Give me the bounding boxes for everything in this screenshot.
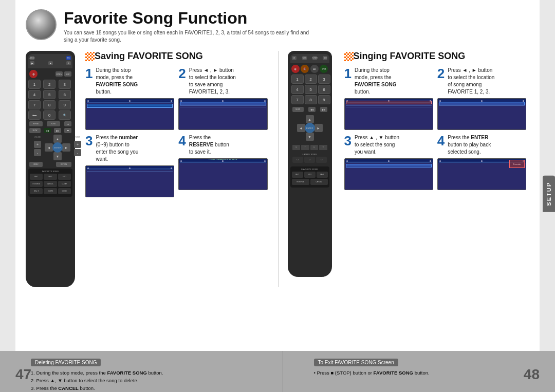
singing-screen-2 [437, 98, 526, 130]
bottom-right-text: • Press ■ (STOP) button or FAVORITE SONG… [314, 369, 535, 377]
remote-left: ANGLE MIC ▶ ■ ⏸ ⏻ OPEN MIC [26, 51, 77, 287]
remote-control-left: ANGLE MIC ▶ ■ ⏸ ⏻ OPEN MIC [26, 51, 75, 287]
remote-rev-btn: ◀◀ [44, 128, 51, 133]
singing-screen-4: Favorite [437, 158, 526, 190]
remote-menu-btn: MENU [29, 162, 43, 167]
saving-step-4: 4 Press theRESERVE buttonto save it. Pre… [178, 134, 267, 197]
remote-return-btn: RETURN [56, 162, 71, 167]
remote-m-key-7: 7 [291, 95, 304, 104]
remote-vol-up: + [34, 141, 41, 148]
remote-key-2: 2 [43, 80, 55, 89]
deleting-tag: Deleting FAVORITE SONG [31, 359, 101, 366]
remote-mic-btn: MIC [64, 71, 71, 77]
saving-step-3: 3 Press the number(0~9) button toenter t… [85, 134, 174, 197]
remote-nav-enter: ENTER [52, 142, 63, 153]
remote-slow-btn: SLOW [29, 128, 41, 133]
singing-section: Singing FAVORITE SONG 1 During the stopm… [341, 51, 530, 287]
remote-m-fav2: FAV2 [304, 172, 316, 178]
remote-middle-top: CD TAPE TUNER AUX [290, 54, 329, 63]
content-columns: ANGLE MIC ▶ ■ ⏸ ⏻ OPEN MIC [26, 51, 529, 287]
saving-icon [85, 52, 95, 61]
remote-res3: CLEAR [58, 181, 71, 187]
bottom-left: Deleting FAVORITE SONG 1. During the sto… [0, 351, 283, 392]
remote-m-nav-left: ◄ [297, 124, 305, 132]
page-title: Favorite Song Function [64, 9, 310, 27]
remote-m-fwd2: ▶▶ [320, 107, 327, 112]
saving-steps-grid: 1 During the stopmode, press theFAVORITE… [85, 67, 268, 197]
header-text: Favorite Song Function You can save 18 s… [64, 9, 310, 44]
remote-m-key-2: 2 [305, 74, 317, 84]
remote-m-key-4: 4 [291, 85, 304, 94]
saving-step1-text: During the stopmode, press theFAVORITE S… [96, 67, 138, 96]
remote-key-4: 4 [28, 90, 41, 99]
saving-step-1: 1 During the stopmode, press theFAVORITE… [85, 67, 174, 130]
remote-guide: GUIDE [58, 188, 71, 194]
singing-step-1: 1 During the stopmode, press theFAVORITE… [344, 67, 433, 130]
saving-step4-number: 4 [178, 134, 186, 147]
remote-m-nav-enter: ENTER [305, 123, 315, 133]
saving-step-2: 2 Press ◄ , ► buttonto select the locati… [178, 67, 267, 130]
remote-key-9: 9 [59, 100, 71, 109]
logo [26, 9, 57, 40]
remote-key-prev: ⟵ [28, 110, 41, 120]
remote-m-sb4: V [319, 145, 327, 150]
remote-nav-cross: ▲ ▼ ◄ ► ENTER [45, 135, 70, 160]
remote-key-6: 6 [59, 90, 71, 99]
remote-m-num6: P/B [320, 65, 328, 73]
remote-m-sb1: S [292, 145, 301, 150]
saving-step3-text: Press the number(0~9) button toenter the… [96, 134, 138, 163]
remote-key-3: 3 [59, 80, 71, 89]
remote-numpad: 1 2 3 4 5 6 7 8 9 ⟵ 0 🔍 [28, 80, 72, 120]
remote-next-btn: ⏭ [64, 128, 71, 133]
remote-tune-label: TUNER [70, 135, 85, 140]
singing-section-header: Singing FAVORITE SONG [344, 51, 527, 62]
setup-tab: SETUP [543, 176, 555, 212]
page-number-left: 47 [15, 366, 31, 383]
remote-m-numpad: 1 2 3 4 5 6 7 8 9 [290, 74, 329, 104]
remote-m-nav-up: ▲ [306, 115, 314, 123]
remote-repeat-btn: REPEAT [29, 121, 43, 126]
singing-step3-number: 3 [344, 134, 351, 147]
singing-step4-text: Press the ENTERbutton to play backselect… [448, 134, 491, 156]
remote-m-mute: 🔇 [301, 65, 309, 73]
remote-btn-angle: ANGLE [30, 56, 34, 60]
saving-step3-number: 3 [85, 134, 92, 147]
saving-step4-text: Press theRESERVE buttonto save it. [189, 134, 229, 156]
remote-m-nav-right: ► [314, 124, 323, 132]
remote-m-rew: ◀◀ [308, 107, 316, 112]
remote-power-btn: ⏻ [29, 70, 38, 78]
remote-key-1: 1 [28, 80, 41, 89]
remote-fav-area: FAVORITE SONG FAV1 FAV2 FAV3 RESERVE CAN… [28, 169, 72, 197]
remote-vol-down: - [34, 149, 41, 156]
saving-step2-number: 2 [178, 67, 186, 80]
saving-screen-4: Press RESERVE to save [178, 158, 267, 190]
remote-res2: CANCEL [44, 181, 57, 187]
remote-m-sb3: U [310, 145, 319, 150]
remote-m-key-8: 8 [305, 95, 317, 104]
singing-steps-grid: 1 During the stopmode, press theFAVORITE… [344, 67, 527, 190]
saving-step2-text: Press ◄ , ► buttonto select the location… [189, 67, 236, 96]
remote-m-key-6: 6 [318, 85, 330, 94]
remote-m-key-3: 3 [318, 74, 330, 84]
section-divider [278, 51, 279, 287]
singing-title: Singing FAVORITE SONG [354, 51, 466, 62]
exit-tag: To Exit FAVORITE SONG Screen [314, 359, 398, 366]
saving-screen-1 [85, 98, 174, 130]
remote-m-btn3: TUNER [312, 56, 317, 60]
remote-btn-stop: ■ [48, 61, 53, 65]
remote-key-search: 🔍 [59, 110, 71, 120]
bottom-bar: Deleting FAVORITE SONG 1. During the sto… [0, 351, 555, 392]
remote-m-fav1: FAV1 [292, 172, 303, 178]
remote-top: ANGLE MIC ▶ ■ ⏸ [28, 54, 72, 68]
remote-m-key-1: 1 [291, 74, 304, 84]
header: Favorite Song Function You can save 18 s… [26, 9, 529, 44]
remote-m-slow: SLOW [292, 107, 304, 112]
remote-btn-pause: ⏸ [66, 61, 71, 65]
remote-nav-left: ◄ [45, 143, 53, 152]
remote-m-lad3: L3 [316, 157, 327, 163]
remote-m-lad2: L2 [304, 157, 315, 163]
remote-vol-label: VOLUME [30, 135, 45, 140]
remote-key-0: 0 [43, 110, 55, 120]
saving-step1-number: 1 [85, 67, 92, 80]
main-content: Favorite Song Function You can save 18 s… [15, 0, 540, 351]
